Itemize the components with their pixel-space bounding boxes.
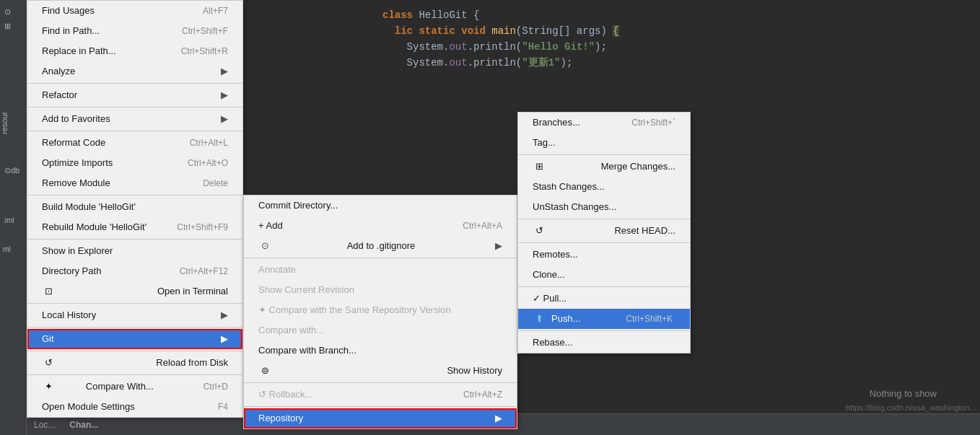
sep-1 — [27, 83, 242, 84]
repo-sep-5 — [518, 330, 690, 331]
sidebar-label-2: ⊙db — [4, 166, 19, 175]
git-compare-with-branch[interactable]: Compare with Branch... — [244, 340, 517, 361]
sep-9 — [27, 374, 242, 375]
sidebar-icon-2: ⊞ — [4, 22, 11, 31]
git-show-current-revision[interactable]: Show Current Revision — [244, 280, 517, 300]
menu-directory-path[interactable]: Directory Path Ctrl+Alt+F12 — [27, 261, 242, 281]
reset-icon: ↺ — [533, 223, 546, 239]
menu-find-usages[interactable]: Find Usages Alt+F7 — [27, 1, 242, 21]
gitignore-icon: ⊙ — [258, 238, 271, 254]
git-sep-3 — [244, 406, 517, 407]
repo-stash-changes[interactable]: Stash Changes... — [518, 177, 690, 197]
tab-changes[interactable]: Chan... — [69, 420, 98, 430]
menu-git[interactable]: Git ▶ — [27, 329, 242, 349]
menu-build-module[interactable]: Build Module 'HelloGit' — [27, 197, 242, 217]
git-repository[interactable]: Repository ▶ — [244, 408, 517, 429]
repo-rebase[interactable]: Rebase... — [518, 333, 690, 353]
repo-clone[interactable]: Clone... — [518, 265, 690, 285]
repo-sep-2 — [518, 219, 690, 219]
menu-rebuild-module[interactable]: Rebuild Module 'HelloGit' Ctrl+Shift+F9 — [27, 217, 242, 237]
menu-open-in-terminal[interactable]: ⊡ Open in Terminal — [27, 281, 242, 302]
repo-tag[interactable]: Tag... — [518, 133, 690, 153]
reload-icon: ↺ — [42, 355, 55, 371]
repo-sep-4 — [518, 286, 690, 287]
terminal-icon: ⊡ — [42, 284, 55, 299]
git-sep-1 — [244, 258, 517, 258]
repo-remotes[interactable]: Remotes... — [518, 245, 690, 265]
git-add[interactable]: + Add Ctrl+Alt+A — [244, 216, 517, 236]
repo-push[interactable]: ⬆ Push... Ctrl+Shift+K — [518, 309, 690, 329]
menu-open-module-settings[interactable]: Open Module Settings F4 — [27, 397, 242, 417]
menu-reformat-code[interactable]: Reformat Code Ctrl+Alt+L — [27, 133, 242, 153]
git-rollback[interactable]: ↺ Rollback... Ctrl+Alt+Z — [244, 385, 517, 405]
repo-unstash-changes[interactable]: UnStash Changes... — [518, 197, 690, 217]
menu-find-in-path[interactable]: Find in Path... Ctrl+Shift+F — [27, 21, 242, 41]
git-compare-same-repo[interactable]: ✦ Compare with the Same Repository Versi… — [244, 300, 517, 320]
repository-submenu: Branches... Ctrl+Shift+` Tag... ⊞ Merge … — [517, 112, 691, 353]
sidebar-label-4: ml — [3, 245, 11, 253]
git-submenu: Commit Directory... + Add Ctrl+Alt+A ⊙ A… — [243, 195, 517, 429]
git-show-history[interactable]: ⊚ Show History — [244, 361, 517, 381]
repo-reset-head[interactable]: ↺ Reset HEAD... — [518, 221, 690, 241]
sidebar-icon-1: ⊙ — [4, 7, 11, 17]
sep-7 — [27, 327, 242, 328]
repo-sep-3 — [518, 242, 690, 243]
repo-merge-changes[interactable]: ⊞ Merge Changes... — [518, 157, 690, 177]
git-commit-directory[interactable]: Commit Directory... — [244, 195, 517, 216]
sep-8 — [27, 351, 242, 351]
menu-analyze[interactable]: Analyze ▶ — [27, 61, 242, 82]
sep-5 — [27, 239, 242, 240]
merge-icon: ⊞ — [533, 159, 546, 175]
sep-2 — [27, 107, 242, 107]
git-sep-2 — [244, 382, 517, 383]
sep-6 — [27, 303, 242, 304]
menu-show-in-explorer[interactable]: Show in Explorer — [27, 241, 242, 261]
git-annotate[interactable]: Annotate — [244, 260, 517, 280]
push-icon: ⬆ — [533, 311, 546, 327]
menu-local-history[interactable]: Local History ▶ — [27, 305, 242, 325]
sidebar: ⊙ ⊞ resour ⊙db .iml ml — [0, 0, 27, 435]
main-context-menu: Find Usages Alt+F7 Find in Path... Ctrl+… — [27, 0, 243, 418]
menu-refactor[interactable]: Refactor ▶ — [27, 85, 242, 105]
code-line-4: System.out.println("更新1"); — [382, 55, 619, 71]
code-line-3: System.out.println("Hello Git!"); — [382, 39, 619, 55]
sidebar-label-1: resour — [0, 112, 9, 134]
history-icon: ⊚ — [258, 363, 271, 379]
menu-reload-from-disk[interactable]: ↺ Reload from Disk — [27, 353, 242, 373]
compare-icon: ✦ — [42, 379, 55, 395]
repo-sep-1 — [518, 154, 690, 155]
repo-branches[interactable]: Branches... Ctrl+Shift+` — [518, 113, 690, 133]
tab-local[interactable]: Loc... — [34, 420, 55, 430]
menu-remove-module[interactable]: Remove Module Delete — [27, 173, 242, 193]
git-add-to-gitignore[interactable]: ⊙ Add to .gitignore ▶ — [244, 236, 517, 256]
sep-4 — [27, 195, 242, 195]
menu-optimize-imports[interactable]: Optimize Imports Ctrl+Alt+O — [27, 153, 242, 173]
code-line-1: class HelloGit { — [382, 7, 619, 23]
code-line-2: lic static void main(String[] args) { — [382, 23, 619, 39]
nothing-to-show-label: Nothing to show — [870, 388, 937, 399]
menu-add-to-favorites[interactable]: Add to Favorites ▶ — [27, 109, 242, 129]
sidebar-label-3: .iml — [3, 216, 14, 224]
sep-3 — [27, 131, 242, 131]
git-compare-with[interactable]: Compare with... — [244, 320, 517, 340]
watermark: https://blog.csdn.n/usa_washington... — [846, 403, 976, 412]
menu-replace-in-path[interactable]: Replace in Path... Ctrl+Shift+R — [27, 41, 242, 61]
repo-pull[interactable]: ✓ Pull... — [518, 289, 690, 309]
menu-compare-with[interactable]: ✦ Compare With... Ctrl+D — [27, 377, 242, 397]
